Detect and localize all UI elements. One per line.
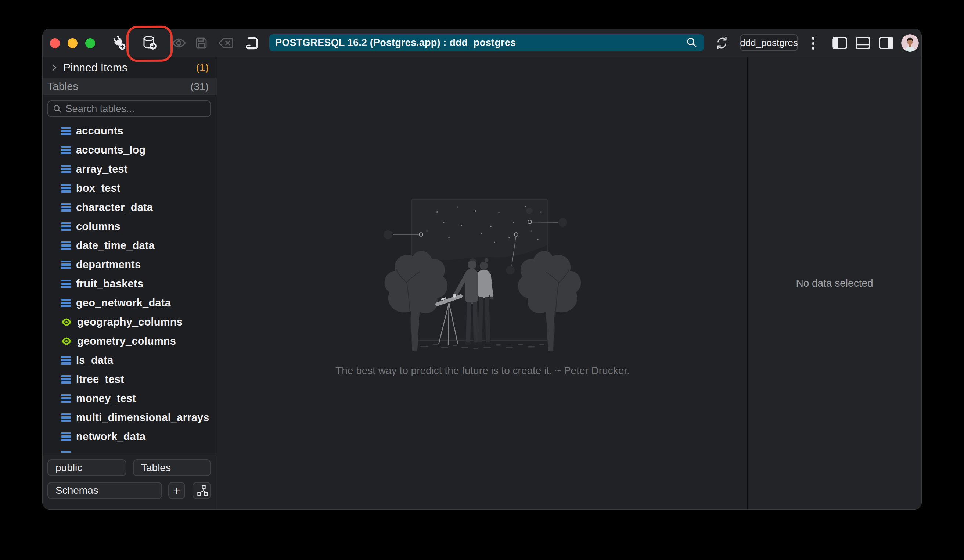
table-name: network_data: [76, 431, 145, 443]
tables-count: (31): [190, 81, 208, 93]
table-icon: [61, 241, 71, 250]
pinned-items-label: Pinned Items: [63, 61, 196, 74]
table-row-clipped[interactable]: [42, 446, 217, 453]
table-name: multi_dimensional_arrays: [76, 412, 209, 424]
pinned-items-section[interactable]: Pinned Items (1): [42, 57, 217, 78]
main-empty-state: The best way to predict the future is to…: [218, 57, 747, 509]
table-name: ltree_test: [76, 373, 124, 386]
database-switch-button[interactable]: ddd_postgres: [740, 34, 798, 51]
close-window-button[interactable]: [50, 38, 60, 48]
table-name: geo_network_data: [76, 297, 171, 309]
table-row[interactable]: box_test: [42, 179, 217, 198]
search-icon: [52, 104, 62, 114]
table-name: geometry_columns: [77, 335, 176, 347]
table-icon: [61, 394, 71, 403]
table-row[interactable]: array_test: [42, 160, 217, 179]
table-name: array_test: [76, 163, 128, 175]
preview-eye-icon[interactable]: [171, 37, 186, 49]
table-name: columns: [76, 220, 120, 233]
table-row[interactable]: ltree_test: [42, 370, 217, 389]
schemas-button[interactable]: Schemas: [47, 482, 162, 499]
connection-title: POSTGRESQL 16.2 (Postgres.app) : ddd_pos…: [275, 37, 686, 49]
schema-name: public: [55, 462, 82, 474]
sql-scroll-icon[interactable]: [245, 35, 260, 51]
toggle-right-panel-icon[interactable]: [879, 37, 894, 49]
traffic-lights: [50, 38, 95, 48]
table-icon: [61, 299, 71, 307]
table-row[interactable]: fruit_baskets: [42, 274, 217, 293]
plus-icon: +: [173, 483, 181, 498]
table-icon: [61, 413, 71, 422]
tables-section-header[interactable]: Tables (31): [42, 78, 217, 95]
more-options-kebab-icon[interactable]: [809, 37, 817, 50]
table-row[interactable]: geometry_columns: [42, 331, 217, 350]
table-row[interactable]: money_test: [42, 389, 217, 408]
table-name: accounts_log: [76, 144, 145, 156]
entity-type-label: Tables: [141, 462, 171, 474]
connection-title-bar[interactable]: POSTGRESQL 16.2 (Postgres.app) : ddd_pos…: [269, 34, 704, 51]
table-icon: [61, 375, 71, 384]
view-eye-icon: [61, 318, 72, 326]
table-row[interactable]: date_time_data: [42, 236, 217, 255]
user-avatar[interactable]: [901, 34, 919, 52]
table-name: fruit_baskets: [76, 278, 143, 290]
sidebar-footer: public Tables Schemas +: [42, 453, 217, 509]
sidebar: Pinned Items (1) Tables (31) accountsacc…: [42, 57, 218, 509]
table-name: accounts: [76, 125, 124, 137]
table-icon: [61, 280, 71, 288]
schemas-label: Schemas: [55, 485, 98, 497]
table-row[interactable]: multi_dimensional_arrays: [42, 408, 217, 427]
table-row[interactable]: departments: [42, 255, 217, 274]
annotation-highlight-circle: [126, 25, 173, 62]
zoom-window-button[interactable]: [85, 38, 95, 48]
search-icon[interactable]: [686, 36, 698, 49]
search-input[interactable]: [66, 103, 206, 115]
table-icon: [61, 146, 71, 154]
schema-selector-button[interactable]: public: [47, 459, 126, 476]
table-row[interactable]: columns: [42, 217, 217, 236]
table-name: ls_data: [76, 354, 113, 366]
chevron-right-icon: [51, 63, 58, 72]
table-name: box_test: [76, 182, 120, 194]
table-row[interactable]: character_data: [42, 198, 217, 217]
table-search-box[interactable]: [47, 100, 211, 117]
empty-state-quote: The best way to predict the future is to…: [335, 365, 630, 377]
table-row[interactable]: accounts: [42, 121, 217, 140]
table-icon: [61, 165, 71, 173]
table-row[interactable]: geography_columns: [42, 313, 217, 331]
table-row[interactable]: accounts_log: [42, 140, 217, 160]
table-icon: [61, 260, 71, 269]
table-icon: [61, 203, 71, 212]
toggle-left-panel-icon[interactable]: [832, 37, 847, 49]
toolbar: POSTGRESQL 16.2 (Postgres.app) : ddd_pos…: [42, 29, 922, 57]
table-icon: [61, 127, 71, 135]
add-schema-button[interactable]: +: [168, 482, 185, 499]
er-diagram-button[interactable]: [192, 482, 211, 499]
table-name: geography_columns: [77, 316, 182, 328]
backspace-icon[interactable]: [218, 37, 234, 49]
avatar-photo: [901, 34, 919, 52]
app-window: POSTGRESQL 16.2 (Postgres.app) : ddd_pos…: [42, 29, 922, 510]
toggle-bottom-panel-icon[interactable]: [856, 37, 870, 49]
tables-header-label: Tables: [47, 80, 190, 93]
stargazing-illustration: [365, 190, 600, 355]
table-icon: [61, 356, 71, 365]
table-name: date_time_data: [76, 239, 155, 252]
hierarchy-icon: [196, 485, 208, 497]
table-row[interactable]: network_data: [42, 427, 217, 446]
pinned-items-count: (1): [196, 62, 208, 73]
table-name: departments: [76, 259, 141, 271]
minimize-window-button[interactable]: [68, 38, 78, 48]
table-row[interactable]: ls_data: [42, 350, 217, 370]
table-name: character_data: [76, 201, 153, 213]
save-icon[interactable]: [194, 36, 208, 50]
table-list: accountsaccounts_logarray_testbox_testch…: [42, 121, 217, 453]
table-name: money_test: [76, 392, 136, 405]
detail-panel: No data selected: [747, 57, 922, 509]
table-row[interactable]: geo_network_data: [42, 293, 217, 313]
table-icon: [61, 222, 71, 231]
refresh-icon[interactable]: [715, 36, 729, 50]
no-data-selected-message: No data selected: [796, 277, 873, 289]
new-connection-plug-icon[interactable]: [111, 35, 127, 51]
entity-type-button[interactable]: Tables: [133, 459, 211, 476]
